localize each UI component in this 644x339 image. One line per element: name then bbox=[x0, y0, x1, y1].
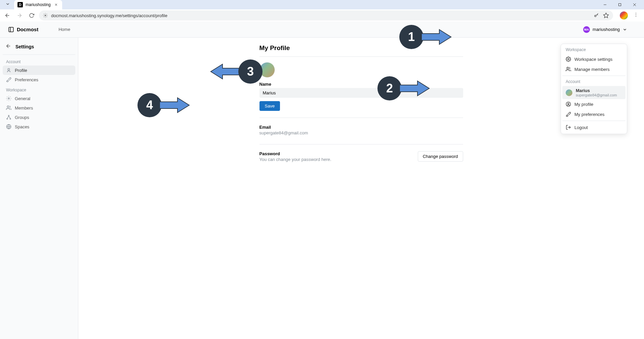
svg-point-17 bbox=[568, 103, 569, 104]
name-field-label: Name bbox=[259, 82, 463, 87]
svg-point-25 bbox=[10, 118, 11, 119]
dropdown-label: My profile bbox=[574, 102, 593, 107]
brush-icon bbox=[6, 77, 11, 82]
app-header: Docmost Home MA mariushosting bbox=[0, 22, 644, 38]
email-value: supergate84@gmail.com bbox=[259, 130, 463, 135]
sidebar-item-preferences[interactable]: Preferences bbox=[3, 75, 75, 84]
sidebar-item-members[interactable]: Members bbox=[3, 103, 75, 113]
password-key-icon[interactable] bbox=[594, 12, 600, 18]
sidebar-item-profile[interactable]: Profile bbox=[3, 66, 75, 75]
gear-icon bbox=[566, 56, 571, 62]
svg-point-11 bbox=[636, 16, 636, 17]
sidebar-item-label: Profile bbox=[15, 68, 27, 73]
app-logo[interactable]: Docmost bbox=[8, 27, 38, 33]
window-minimize-icon[interactable] bbox=[598, 0, 612, 9]
svg-point-6 bbox=[45, 15, 46, 16]
dropdown-user-email: supergate84@gmail.com bbox=[576, 93, 617, 97]
password-label: Password bbox=[259, 151, 331, 156]
nav-back-icon[interactable] bbox=[3, 11, 12, 20]
tab-close-icon[interactable]: × bbox=[53, 2, 59, 7]
dropdown-current-user[interactable]: Marius supergate84@gmail.com bbox=[562, 86, 626, 99]
dropdown-label: My preferences bbox=[574, 112, 605, 117]
page-title: My Profile bbox=[259, 44, 463, 57]
url-text: docmost.mariushosting.synology.me/settin… bbox=[51, 13, 167, 18]
app-name: Docmost bbox=[17, 27, 38, 32]
dropdown-label: Manage members bbox=[574, 67, 610, 72]
back-arrow-icon[interactable] bbox=[5, 43, 11, 50]
dropdown-label: Workspace settings bbox=[574, 57, 612, 62]
svg-point-14 bbox=[568, 58, 569, 60]
dropdown-user-name: Marius bbox=[576, 88, 617, 93]
dropdown-divider bbox=[562, 76, 626, 76]
user-menu-button[interactable]: MA mariushosting bbox=[583, 26, 627, 33]
dropdown-label: Logout bbox=[574, 125, 588, 130]
nav-reload-icon[interactable] bbox=[27, 11, 36, 20]
browser-profile-avatar[interactable] bbox=[620, 11, 628, 19]
dropdown-my-preferences[interactable]: My preferences bbox=[562, 109, 626, 119]
user-avatar-icon bbox=[566, 89, 572, 96]
user-avatar-badge: MA bbox=[583, 26, 590, 33]
users-icon bbox=[6, 105, 11, 111]
gear-icon bbox=[6, 96, 11, 101]
svg-rect-12 bbox=[9, 27, 13, 32]
sidebar-title: Settings bbox=[15, 44, 34, 49]
svg-line-27 bbox=[9, 116, 10, 119]
svg-point-22 bbox=[7, 106, 9, 108]
sidebar-item-general[interactable]: General bbox=[3, 94, 75, 103]
email-label: Email bbox=[259, 125, 463, 130]
profile-avatar[interactable] bbox=[259, 62, 275, 78]
browser-toolbar: docmost.mariushosting.synology.me/settin… bbox=[0, 9, 644, 22]
network-icon bbox=[6, 115, 11, 120]
user-icon bbox=[6, 68, 11, 73]
svg-point-23 bbox=[8, 115, 9, 116]
dropdown-section-account: Account bbox=[562, 77, 626, 86]
browser-tab[interactable]: D mariushosting × bbox=[14, 0, 62, 9]
url-bar[interactable]: docmost.mariushosting.synology.me/settin… bbox=[39, 10, 613, 20]
tab-title: mariushosting bbox=[26, 2, 51, 7]
user-dropdown-menu: Workspace Workspace settings Manage memb… bbox=[561, 44, 627, 134]
svg-point-24 bbox=[7, 118, 8, 119]
tab-dropdown-icon[interactable] bbox=[3, 2, 13, 8]
site-settings-icon[interactable] bbox=[43, 13, 48, 18]
svg-point-7 bbox=[595, 15, 596, 17]
chevron-down-icon bbox=[622, 27, 627, 32]
nav-forward-icon[interactable] bbox=[15, 11, 24, 20]
users-icon bbox=[566, 67, 571, 72]
svg-point-10 bbox=[636, 14, 636, 15]
svg-rect-1 bbox=[619, 4, 621, 6]
bookmark-star-icon[interactable] bbox=[603, 12, 609, 18]
dropdown-manage-members[interactable]: Manage members bbox=[562, 64, 626, 74]
sidebar-toggle-icon[interactable] bbox=[8, 27, 14, 33]
sidebar-item-label: Spaces bbox=[15, 124, 29, 129]
nav-home[interactable]: Home bbox=[58, 27, 70, 32]
sidebar-item-label: Preferences bbox=[15, 77, 38, 82]
svg-line-26 bbox=[7, 116, 9, 119]
svg-point-15 bbox=[567, 67, 568, 69]
sidebar-section-workspace: Workspace bbox=[3, 84, 75, 94]
settings-sidebar: Settings Account Profile Preferences Wor… bbox=[0, 38, 78, 339]
svg-point-20 bbox=[8, 69, 9, 70]
svg-point-9 bbox=[636, 13, 636, 13]
user-circle-icon bbox=[566, 101, 571, 107]
brush-icon bbox=[566, 112, 571, 117]
dropdown-logout[interactable]: Logout bbox=[562, 122, 626, 132]
window-maximize-icon[interactable] bbox=[613, 0, 627, 9]
svg-marker-8 bbox=[604, 13, 609, 18]
save-button[interactable]: Save bbox=[259, 101, 280, 111]
sidebar-item-label: Members bbox=[15, 105, 33, 111]
sidebar-item-groups[interactable]: Groups bbox=[3, 113, 75, 122]
logout-icon bbox=[566, 125, 571, 130]
dropdown-divider bbox=[562, 121, 626, 121]
name-input[interactable] bbox=[259, 88, 463, 98]
browser-menu-icon[interactable] bbox=[631, 12, 641, 19]
change-password-button[interactable]: Change password bbox=[418, 151, 463, 162]
main-content: My Profile Name Save Email supergate84@g… bbox=[78, 38, 644, 339]
window-close-icon[interactable] bbox=[628, 0, 641, 9]
browser-titlebar: D mariushosting × bbox=[0, 0, 644, 9]
sidebar-item-spaces[interactable]: Spaces bbox=[3, 122, 75, 131]
dropdown-workspace-settings[interactable]: Workspace settings bbox=[562, 54, 626, 64]
sidebar-section-account: Account bbox=[3, 56, 75, 66]
dropdown-my-profile[interactable]: My profile bbox=[562, 99, 626, 109]
svg-point-21 bbox=[8, 98, 9, 99]
password-desc: You can change your password here. bbox=[259, 157, 331, 162]
